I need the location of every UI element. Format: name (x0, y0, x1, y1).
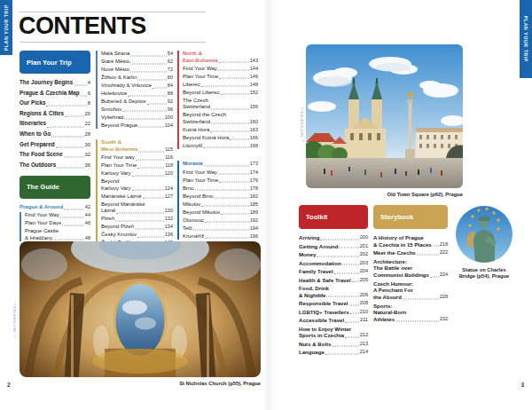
toc-entry[interactable]: Food, Drink& Nightlife206 (299, 285, 368, 298)
toolkit-column: Toolkit Arriving200Getting Around201Mone… (299, 205, 368, 358)
toc-entry[interactable]: Beyond Kutná Hora166 (183, 135, 258, 142)
storybook-list: A History of Prague& Czechia in 15 Place… (373, 234, 448, 323)
toc-entry[interactable]: Meet the Czechs222 (373, 249, 448, 256)
toc-entry[interactable]: Architecture:The Battle overCommunist Bu… (373, 258, 448, 279)
moravia-section: Moravia173Find Your Way174Plan Your Time… (177, 161, 258, 240)
toc-entry[interactable]: Find Your Way44 (25, 212, 90, 219)
toc-entry[interactable]: Itineraries22 (20, 119, 90, 128)
toc-entry[interactable]: Language214 (299, 349, 368, 356)
toc-entry[interactable]: Regions & Cities20 (20, 109, 90, 118)
toc-entry[interactable]: BeyondKarlovy Vary124 (101, 178, 173, 192)
toc-entry[interactable]: The Journey Begins4 (20, 78, 90, 87)
toc-entry[interactable]: Beyond Brno182 (183, 193, 258, 201)
statue-caption: Statue on Charles Bridge (p54), Prague (443, 267, 525, 280)
charles-bridge-statue-photo (456, 206, 512, 263)
toc-entry[interactable]: Beyond the CzechSwitzerland160 (183, 112, 258, 125)
plan-your-trip-edge-tab-left: PLAN YOUR TRIP (0, 0, 12, 55)
toc-entry[interactable]: Prague Castle& Hradčany48 (25, 228, 90, 241)
toolkit-button[interactable]: Toolkit (299, 205, 368, 229)
toc-entry[interactable]: Find Your Way144 (183, 66, 258, 73)
toc-entry[interactable]: Arriving200 (299, 234, 368, 241)
north-east-bohemia-section: North &East Bohemia143Find Your Way144Pl… (177, 51, 258, 149)
toc-section-header[interactable]: North &East Bohemia143 (183, 51, 258, 64)
toc-entry[interactable]: When to Go28 (20, 130, 90, 138)
toc-entry[interactable]: Find Your way116 (101, 154, 173, 162)
page-number-right: 3 (520, 382, 524, 388)
toc-entry[interactable]: Olomouc192 (183, 217, 258, 225)
st-nicholas-caption: St Nicholas Church (p55), Prague (20, 381, 261, 386)
toc-entry[interactable]: Český Krumlov136 (101, 232, 173, 239)
toc-entry[interactable]: Staré Město62 (101, 59, 173, 66)
toc-entry[interactable]: Find Your Way174 (183, 170, 258, 177)
toc-entry[interactable]: Czech Humour:A Penchant Forthe Absurd228 (373, 280, 448, 301)
plan-your-trip-button[interactable]: Plan Your Trip (20, 51, 90, 74)
toc-entry[interactable]: Money202 (299, 251, 368, 258)
prague-around-section: Prague & Around42Find Your Way44Plan You… (20, 204, 90, 241)
toc-entry[interactable]: Malá Strana54 (101, 51, 173, 58)
toc-entry[interactable]: Brno178 (183, 185, 258, 193)
prague-districts-list: Malá Strana54Staré Město62Nové Město72Ži… (96, 51, 173, 129)
toc-entry[interactable]: Nuts & Bolts213 (299, 341, 368, 348)
toc-entry[interactable]: Mikulov185 (183, 201, 258, 209)
toc-entry[interactable]: The CzechSwitzerland156 (183, 98, 258, 111)
toc-entry[interactable]: Mariánské Lázně127 (101, 193, 173, 201)
toc-entry[interactable]: Plzeň132 (101, 216, 173, 223)
toc-entry[interactable]: The Outdoors36 (20, 161, 90, 170)
plan-your-trip-list: The Journey Begins4Prague & Czechia Map6… (20, 78, 90, 170)
photo-credit: © SHUTTERSTOCK © (13, 248, 17, 337)
toc-entry[interactable]: The Food Scene32 (20, 150, 90, 159)
page-gutter-shadow (262, 0, 275, 410)
toc-entry[interactable]: Telč194 (183, 225, 258, 233)
toc-entry[interactable]: Plan Your Time146 (183, 74, 258, 81)
toc-entry[interactable]: Bubeneč & Dejvice92 (101, 99, 173, 106)
toc-entry[interactable]: Plan Your Time118 (101, 162, 173, 170)
toc-entry[interactable]: How to Enjoy WinterSports in Czechia212 (299, 326, 368, 339)
toc-entry[interactable]: Beyond MariánskéLázně130 (101, 201, 173, 215)
toc-entry[interactable]: Žižkov & Karlín80 (101, 75, 173, 82)
toc-entry[interactable]: Health & Safe Travel205 (299, 277, 368, 284)
toc-entry[interactable]: Accommodation203 (299, 260, 368, 267)
toc-entry[interactable]: Prague & Czechia Map6 (20, 89, 90, 98)
toc-column-1: Plan Your Trip The Journey Begins4Prague… (20, 51, 90, 243)
toc-entry[interactable]: Getting Around201 (299, 243, 368, 250)
statue-caption-line1: Statue on Charles (443, 267, 525, 273)
edge-tab-label: PLAN YOUR TRIP (4, 4, 9, 51)
toc-entry[interactable]: Smíchov96 (101, 106, 173, 114)
toc-column-3: North &East Bohemia143Find Your Way144Pl… (177, 51, 258, 240)
toc-entry[interactable]: Beyond Prague104 (101, 122, 173, 130)
the-guide-button[interactable]: The Guide (20, 176, 90, 199)
toc-entry[interactable]: Plan Your Time176 (183, 177, 258, 185)
toc-entry[interactable]: Holešovice88 (101, 91, 173, 98)
toc-entry[interactable]: Karlovy Vary120 (101, 170, 173, 177)
toc-entry[interactable]: Beyond Mikulov189 (183, 209, 258, 217)
toc-section-header[interactable]: Prague & Around42 (20, 204, 90, 211)
toc-entry[interactable]: LGBTIQ+ Travellers210 (299, 309, 368, 316)
plan-your-trip-edge-tab-right: PLAN YOUR TRIP (520, 0, 532, 78)
storybook-column: Storybook A History of Prague& Czechia i… (373, 205, 448, 324)
statue-caption-line2: Bridge (p54), Prague (443, 273, 525, 280)
divider (20, 42, 206, 43)
edge-tab-label: PLAN YOUR TRIP (523, 16, 528, 62)
toc-entry[interactable]: Vyšehrad100 (101, 114, 173, 122)
toc-entry[interactable]: Sports:Natural-BornAthletes232 (373, 303, 448, 323)
toc-entry[interactable]: Beyond Plzeň134 (101, 224, 173, 231)
toc-entry[interactable]: Beyond Liberec152 (183, 90, 258, 97)
toc-entry[interactable]: Plan Your Days46 (25, 220, 90, 227)
toc-entry[interactable]: Our Picks8 (20, 99, 90, 107)
toc-entry[interactable]: Responsible Travel208 (299, 300, 368, 307)
toc-entry[interactable]: Family Travel204 (299, 268, 368, 275)
toc-entry[interactable]: Nové Město72 (101, 67, 173, 74)
toc-section-header[interactable]: Moravia173 (183, 161, 258, 168)
toc-entry[interactable]: Accessible Travel211 (299, 317, 368, 324)
toc-entry[interactable]: Get Prepared30 (20, 140, 90, 149)
toc-section-header[interactable]: South &West Bohemia115 (101, 139, 173, 153)
photo-credit: © SHUTTERSTOCK © (301, 53, 304, 142)
toc-entry[interactable]: Liberec148 (183, 82, 258, 89)
storybook-button[interactable]: Storybook (373, 205, 448, 229)
toc-entry[interactable]: Kroměříž196 (183, 233, 258, 240)
toc-entry[interactable]: Litomyšl168 (183, 143, 258, 150)
toc-entry[interactable]: A History of Prague& Czechia in 15 Place… (373, 234, 448, 248)
old-town-square-photo (306, 44, 463, 188)
toc-entry[interactable]: Kutná Hora163 (183, 127, 258, 134)
toc-entry[interactable]: Vinohrady & Vršovice84 (101, 83, 173, 90)
